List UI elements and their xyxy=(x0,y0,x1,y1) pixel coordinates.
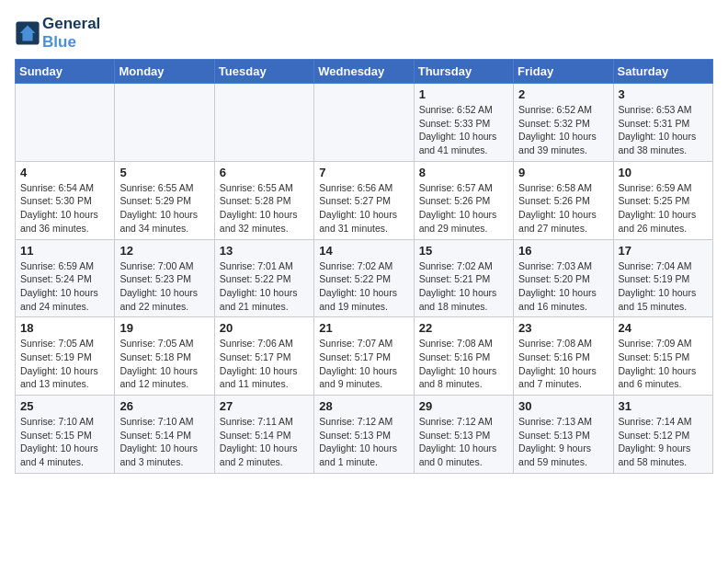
calendar-cell: 22Sunrise: 7:08 AM Sunset: 5:16 PM Dayli… xyxy=(414,317,513,396)
day-number: 21 xyxy=(319,321,408,335)
calendar-cell: 8Sunrise: 6:57 AM Sunset: 5:26 PM Daylig… xyxy=(414,161,513,239)
day-number: 8 xyxy=(419,166,508,179)
day-info: Sunrise: 7:04 AM Sunset: 5:19 PM Dayligh… xyxy=(619,259,708,314)
calendar-cell: 28Sunrise: 7:12 AM Sunset: 5:13 PM Dayli… xyxy=(314,396,414,474)
calendar-week-1: 1Sunrise: 6:52 AM Sunset: 5:33 PM Daylig… xyxy=(16,84,713,162)
day-number: 5 xyxy=(119,166,209,179)
day-info: Sunrise: 6:59 AM Sunset: 5:24 PM Dayligh… xyxy=(20,259,109,314)
calendar-cell: 2Sunrise: 6:52 AM Sunset: 5:32 PM Daylig… xyxy=(514,84,613,162)
day-info: Sunrise: 7:08 AM Sunset: 5:16 PM Dayligh… xyxy=(419,337,508,391)
day-info: Sunrise: 7:01 AM Sunset: 5:22 PM Dayligh… xyxy=(220,259,309,314)
calendar-cell: 18Sunrise: 7:05 AM Sunset: 5:19 PM Dayli… xyxy=(16,317,115,396)
calendar-week-4: 18Sunrise: 7:05 AM Sunset: 5:19 PM Dayli… xyxy=(16,317,713,396)
day-info: Sunrise: 6:58 AM Sunset: 5:26 PM Dayligh… xyxy=(518,181,608,236)
day-info: Sunrise: 7:05 AM Sunset: 5:19 PM Dayligh… xyxy=(20,337,109,391)
day-number: 15 xyxy=(419,244,508,258)
calendar-cell: 23Sunrise: 7:08 AM Sunset: 5:16 PM Dayli… xyxy=(514,317,613,396)
day-info: Sunrise: 6:55 AM Sunset: 5:28 PM Dayligh… xyxy=(220,181,309,236)
calendar-cell: 21Sunrise: 7:07 AM Sunset: 5:17 PM Dayli… xyxy=(314,317,414,396)
day-number: 7 xyxy=(319,166,408,179)
calendar-cell: 11Sunrise: 6:59 AM Sunset: 5:24 PM Dayli… xyxy=(16,239,115,317)
calendar-cell xyxy=(214,84,313,162)
day-number: 30 xyxy=(518,399,608,413)
day-info: Sunrise: 7:09 AM Sunset: 5:15 PM Dayligh… xyxy=(619,337,708,391)
weekday-header-sunday: Sunday xyxy=(16,60,115,84)
calendar-cell: 1Sunrise: 6:52 AM Sunset: 5:33 PM Daylig… xyxy=(414,84,513,162)
day-number: 23 xyxy=(518,321,608,335)
day-info: Sunrise: 7:02 AM Sunset: 5:21 PM Dayligh… xyxy=(419,259,508,314)
logo-text: General xyxy=(42,15,100,33)
calendar-week-5: 25Sunrise: 7:10 AM Sunset: 5:15 PM Dayli… xyxy=(16,396,713,474)
calendar-table: SundayMondayTuesdayWednesdayThursdayFrid… xyxy=(15,59,713,474)
day-info: Sunrise: 7:10 AM Sunset: 5:15 PM Dayligh… xyxy=(20,415,109,469)
calendar-cell: 12Sunrise: 7:00 AM Sunset: 5:23 PM Dayli… xyxy=(115,239,214,317)
calendar-cell: 29Sunrise: 7:12 AM Sunset: 5:13 PM Dayli… xyxy=(414,396,513,474)
day-number: 13 xyxy=(220,244,309,258)
day-number: 17 xyxy=(619,244,708,258)
day-info: Sunrise: 6:53 AM Sunset: 5:31 PM Dayligh… xyxy=(619,103,708,157)
weekday-header-friday: Friday xyxy=(514,60,613,84)
calendar-cell: 20Sunrise: 7:06 AM Sunset: 5:17 PM Dayli… xyxy=(214,317,313,396)
day-info: Sunrise: 7:14 AM Sunset: 5:12 PM Dayligh… xyxy=(619,415,708,469)
weekday-header-tuesday: Tuesday xyxy=(214,60,313,84)
calendar-cell: 31Sunrise: 7:14 AM Sunset: 5:12 PM Dayli… xyxy=(613,396,712,474)
day-info: Sunrise: 7:03 AM Sunset: 5:20 PM Dayligh… xyxy=(518,259,608,314)
day-number: 12 xyxy=(119,244,209,258)
day-info: Sunrise: 6:57 AM Sunset: 5:26 PM Dayligh… xyxy=(419,181,508,236)
calendar-cell: 5Sunrise: 6:55 AM Sunset: 5:29 PM Daylig… xyxy=(115,161,214,239)
weekday-header-wednesday: Wednesday xyxy=(314,60,414,84)
calendar-cell: 9Sunrise: 6:58 AM Sunset: 5:26 PM Daylig… xyxy=(514,161,613,239)
logo-blue: Blue xyxy=(42,33,100,52)
day-info: Sunrise: 6:54 AM Sunset: 5:30 PM Dayligh… xyxy=(20,181,109,236)
calendar-cell: 16Sunrise: 7:03 AM Sunset: 5:20 PM Dayli… xyxy=(514,239,613,317)
calendar-cell xyxy=(314,84,414,162)
day-number: 9 xyxy=(518,166,608,179)
day-number: 2 xyxy=(518,87,608,101)
logo-icon xyxy=(15,20,40,46)
day-number: 26 xyxy=(119,399,209,413)
calendar-cell: 17Sunrise: 7:04 AM Sunset: 5:19 PM Dayli… xyxy=(613,239,712,317)
calendar-cell: 25Sunrise: 7:10 AM Sunset: 5:15 PM Dayli… xyxy=(16,396,115,474)
calendar-cell: 26Sunrise: 7:10 AM Sunset: 5:14 PM Dayli… xyxy=(115,396,214,474)
day-number: 19 xyxy=(119,321,209,335)
day-info: Sunrise: 7:11 AM Sunset: 5:14 PM Dayligh… xyxy=(220,415,309,469)
day-number: 3 xyxy=(619,87,708,101)
logo: General Blue xyxy=(15,15,100,52)
day-number: 22 xyxy=(419,321,508,335)
day-number: 4 xyxy=(20,166,109,179)
day-number: 28 xyxy=(319,399,408,413)
day-info: Sunrise: 6:56 AM Sunset: 5:27 PM Dayligh… xyxy=(319,181,408,236)
day-info: Sunrise: 7:06 AM Sunset: 5:17 PM Dayligh… xyxy=(220,337,309,391)
calendar-week-3: 11Sunrise: 6:59 AM Sunset: 5:24 PM Dayli… xyxy=(16,239,713,317)
day-info: Sunrise: 6:55 AM Sunset: 5:29 PM Dayligh… xyxy=(119,181,209,236)
calendar-week-2: 4Sunrise: 6:54 AM Sunset: 5:30 PM Daylig… xyxy=(16,161,713,239)
calendar-cell: 7Sunrise: 6:56 AM Sunset: 5:27 PM Daylig… xyxy=(314,161,414,239)
day-number: 31 xyxy=(619,399,708,413)
calendar-body: 1Sunrise: 6:52 AM Sunset: 5:33 PM Daylig… xyxy=(16,84,713,474)
day-number: 27 xyxy=(220,399,309,413)
day-number: 11 xyxy=(20,244,109,258)
day-info: Sunrise: 7:12 AM Sunset: 5:13 PM Dayligh… xyxy=(419,415,508,469)
weekday-header-thursday: Thursday xyxy=(414,60,513,84)
weekday-header-saturday: Saturday xyxy=(613,60,712,84)
day-info: Sunrise: 7:10 AM Sunset: 5:14 PM Dayligh… xyxy=(119,415,209,469)
calendar-cell: 13Sunrise: 7:01 AM Sunset: 5:22 PM Dayli… xyxy=(214,239,313,317)
day-info: Sunrise: 7:02 AM Sunset: 5:22 PM Dayligh… xyxy=(319,259,408,314)
day-info: Sunrise: 7:05 AM Sunset: 5:18 PM Dayligh… xyxy=(119,337,209,391)
day-number: 1 xyxy=(419,87,508,101)
day-number: 24 xyxy=(619,321,708,335)
day-info: Sunrise: 7:07 AM Sunset: 5:17 PM Dayligh… xyxy=(319,337,408,391)
day-info: Sunrise: 7:13 AM Sunset: 5:13 PM Dayligh… xyxy=(518,415,608,469)
calendar-header: SundayMondayTuesdayWednesdayThursdayFrid… xyxy=(16,60,713,84)
day-info: Sunrise: 6:52 AM Sunset: 5:33 PM Dayligh… xyxy=(419,103,508,157)
day-info: Sunrise: 7:00 AM Sunset: 5:23 PM Dayligh… xyxy=(119,259,209,314)
day-number: 29 xyxy=(419,399,508,413)
page-header: General Blue xyxy=(15,15,713,52)
calendar-cell: 6Sunrise: 6:55 AM Sunset: 5:28 PM Daylig… xyxy=(214,161,313,239)
day-number: 14 xyxy=(319,244,408,258)
calendar-cell: 15Sunrise: 7:02 AM Sunset: 5:21 PM Dayli… xyxy=(414,239,513,317)
day-number: 10 xyxy=(619,166,708,179)
calendar-cell: 3Sunrise: 6:53 AM Sunset: 5:31 PM Daylig… xyxy=(613,84,712,162)
calendar-cell xyxy=(115,84,214,162)
calendar-cell: 14Sunrise: 7:02 AM Sunset: 5:22 PM Dayli… xyxy=(314,239,414,317)
